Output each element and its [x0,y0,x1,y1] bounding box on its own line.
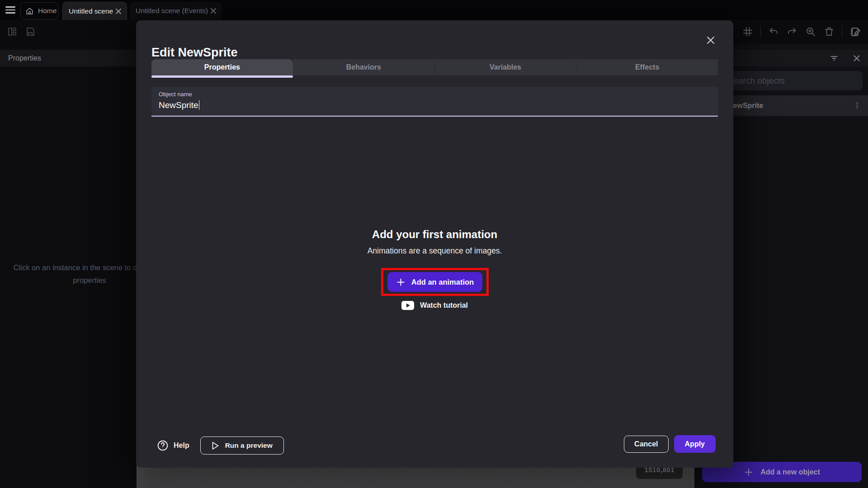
properties-panel-title: Properties [8,54,41,62]
home-icon [25,7,34,15]
object-name-field-label: Object name [159,91,192,98]
grid-icon[interactable] [742,26,754,38]
help-label: Help [174,441,189,450]
close-tab-icon[interactable] [210,7,217,14]
add-animation-label: Add an animation [411,278,474,286]
tutorial-highlight-box: Add an animation [381,268,489,296]
close-tab-icon[interactable] [115,8,122,15]
close-dialog-icon[interactable] [704,34,717,47]
tab-behaviors[interactable]: Behaviors [293,59,434,75]
toolbar-divider [760,26,761,38]
watch-tutorial-label: Watch tutorial [420,301,468,310]
object-name-field[interactable]: Object name NewSprite [151,87,718,117]
tab-scene-label: Untitled scene [69,7,113,15]
tab-home[interactable]: Home [20,2,58,19]
edit-object-dialog: Edit NewSprite Properties Behaviors Vari… [136,20,733,468]
undo-icon[interactable] [768,26,779,38]
save-icon[interactable] [24,26,36,38]
apply-button[interactable]: Apply [674,435,716,453]
properties-panel-header: Properties [0,50,137,66]
editor-tab-bar: Home Untitled scene Untitled scene (Even… [0,0,868,20]
dialog-title: Edit NewSprite [151,46,238,60]
empty-state-title: Add your first animation [136,228,733,241]
object-options-kebab-icon[interactable] [853,101,863,111]
dialog-tabs: Properties Behaviors Variables Effects [151,59,718,75]
run-preview-button[interactable]: Run a preview [200,436,284,455]
empty-state-subtitle: Animations are a sequence of images. [136,246,733,256]
cancel-button[interactable]: Cancel [624,436,668,453]
tab-events-label: Untitled scene (Events) [136,7,208,15]
tab-effects[interactable]: Effects [576,59,718,75]
trash-icon[interactable] [823,26,835,38]
help-button[interactable]: Help [157,440,189,451]
help-icon [157,440,169,451]
add-animation-button[interactable]: Add an animation [387,272,482,292]
tab-variables[interactable]: Variables [434,59,576,75]
object-name-field-value: NewSprite [159,100,199,110]
tab-properties[interactable]: Properties [151,59,293,75]
edit-scene-properties-icon[interactable] [849,26,861,38]
plus-icon [396,277,406,287]
toolbar-divider [842,26,842,38]
properties-panel: Properties Click on an instance in the s… [0,43,137,488]
tab-untitled-scene[interactable]: Untitled scene [62,2,127,20]
gdevelop-editor: Home Untitled scene Untitled scene (Even… [0,0,868,488]
main-menu-button[interactable] [5,4,19,16]
run-preview-label: Run a preview [225,441,273,450]
tab-untitled-scene-events[interactable]: Untitled scene (Events) [130,2,222,20]
toggle-panels-icon[interactable] [6,26,18,38]
youtube-icon [401,301,414,310]
add-new-object-label: Add a new object [760,468,820,476]
watch-tutorial-link[interactable]: Watch tutorial [136,301,733,310]
redo-icon[interactable] [786,26,798,38]
tab-home-label: Home [38,7,57,15]
play-icon [212,441,219,450]
text-caret [199,100,200,110]
close-panel-icon[interactable] [852,53,862,63]
plus-icon [744,467,754,477]
filter-icon[interactable] [829,53,839,63]
zoom-in-icon[interactable] [805,26,816,38]
